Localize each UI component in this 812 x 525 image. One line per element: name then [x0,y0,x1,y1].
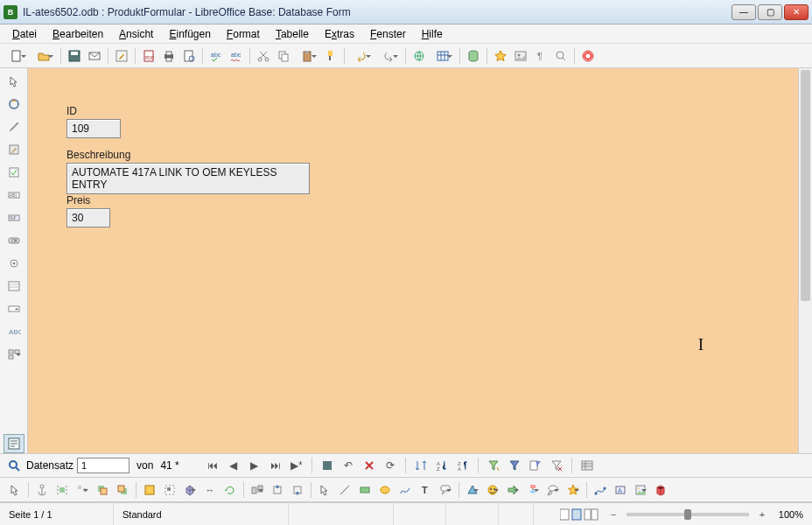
wrap-button[interactable] [52,480,72,500]
table-button[interactable] [430,46,456,66]
3d-button[interactable] [180,480,200,500]
callout-tool[interactable] [436,480,455,500]
save-button[interactable] [65,46,84,66]
paste-button[interactable] [294,46,320,66]
open-button[interactable] [31,46,57,66]
copy-button[interactable] [274,46,293,66]
print-preview-button[interactable] [179,46,199,66]
edit-mode-button[interactable] [112,46,131,66]
form-canvas[interactable]: ID 109 Beschreibung AUTOMATE 417A LINK T… [28,68,798,453]
enter-group-button[interactable] [268,480,287,500]
zoom-slider[interactable] [626,513,749,516]
menu-fenster[interactable]: Fenster [363,26,413,42]
arrow-shapes-button[interactable] [503,480,522,500]
zoom-button[interactable] [551,46,570,66]
status-view-layout[interactable] [551,503,607,525]
zoom-percent[interactable]: 100% [768,509,812,520]
flowchart-button[interactable] [523,480,542,500]
vertical-scrollbar[interactable] [798,68,812,453]
nonprinting-chars-button[interactable]: ¶ [531,46,550,66]
option-button-control[interactable] [4,254,24,273]
datasource-button[interactable] [464,46,483,66]
undo-record-button[interactable]: ↶ [340,457,357,474]
align-button[interactable] [73,480,92,500]
formatted-field-button[interactable]: %F [4,208,24,228]
sort-asc-button[interactable]: AZ [433,457,451,474]
menu-ansicht[interactable]: Ansicht [112,26,160,42]
cut-button[interactable] [254,46,273,66]
star-shapes-button[interactable] [564,480,583,500]
freeform-tool[interactable] [396,480,415,500]
menu-bearbeiten[interactable]: Bearbeiten [46,26,110,42]
export-pdf-button[interactable]: PDF [139,46,158,66]
menu-extras[interactable]: Extras [318,26,361,42]
from-file-button[interactable] [631,480,650,500]
format-paintbrush-button[interactable] [321,46,340,66]
undo-button[interactable] [348,46,374,66]
combobox-control[interactable] [4,299,24,318]
anchor-button[interactable] [32,480,52,500]
fontwork-button[interactable]: A [611,480,630,500]
redo-button[interactable] [375,46,402,66]
first-record-button[interactable]: ⏮ [204,457,221,474]
symbol-shapes-button[interactable] [483,480,502,500]
navigator-star-button[interactable] [491,46,510,66]
minimize-button[interactable]: — [732,4,756,20]
new-doc-button[interactable] [4,46,30,66]
sort-button[interactable] [412,457,430,474]
edit-points-arrow[interactable] [315,480,334,500]
menu-hilfe[interactable]: Hilfe [415,26,450,42]
prev-record-button[interactable]: ◀ [225,457,242,474]
form-filter-button[interactable] [527,457,544,474]
delete-record-button[interactable] [360,457,378,474]
datasource-as-table-button[interactable] [578,457,596,474]
menu-tabelle[interactable]: Tabelle [269,26,316,42]
zoom-in-button[interactable]: + [756,509,768,520]
id-field[interactable]: 109 [66,119,121,138]
apply-filter-button[interactable] [506,457,523,474]
next-record-button[interactable]: ▶ [246,457,263,474]
edit-points-button[interactable] [591,480,610,500]
remove-filter-button[interactable] [548,457,565,474]
help-button[interactable] [578,46,598,66]
exit-group-button[interactable] [288,480,307,500]
select-tool[interactable] [4,72,24,91]
spellcheck-button[interactable]: abc [206,46,226,66]
menu-format[interactable]: Format [220,26,267,42]
bring-front-button[interactable] [93,480,112,500]
print-button[interactable] [159,46,178,66]
autospell-button[interactable]: abc [227,46,246,66]
basic-shapes-button[interactable] [463,480,482,500]
beschreibung-field[interactable]: AUTOMATE 417A LINK TO OEM KEYLESS ENTRY [66,163,310,194]
line-tool[interactable] [335,480,354,500]
extrusion-button[interactable] [651,480,670,500]
select-draw-tool[interactable] [5,480,24,500]
rotate-button[interactable] [220,480,240,500]
textbox-control-button[interactable]: AB| [4,186,24,205]
listbox-control[interactable] [4,276,24,296]
callout-shapes-button[interactable] [543,480,563,500]
preis-field[interactable]: 30 [66,208,110,228]
checkbox-control-button[interactable] [4,163,24,182]
label-control[interactable]: ABC [4,322,24,341]
menu-datei[interactable]: Datei [5,26,44,42]
control-properties-button[interactable] [4,117,24,136]
area-style-button[interactable] [160,480,179,500]
zoom-out-button[interactable]: − [607,509,620,520]
borders-button[interactable] [140,480,159,500]
more-controls-button[interactable] [4,345,24,364]
maximize-button[interactable]: ▢ [758,4,782,20]
last-record-button[interactable]: ⏭ [267,457,284,474]
design-mode-button[interactable] [4,94,24,114]
rect-tool[interactable] [355,480,374,500]
menu-einfuegen[interactable]: Einfügen [162,26,217,42]
refresh-button[interactable]: ⟳ [382,457,399,474]
find-record-button[interactable] [5,457,23,474]
close-button[interactable]: ✕ [784,4,808,20]
record-number-input[interactable] [77,458,130,473]
autofilter-button[interactable] [485,457,502,474]
text-tool[interactable]: T [416,480,435,500]
sort-desc-button[interactable]: ZA [454,457,472,474]
gallery-button[interactable] [511,46,530,66]
email-button[interactable] [85,46,104,66]
